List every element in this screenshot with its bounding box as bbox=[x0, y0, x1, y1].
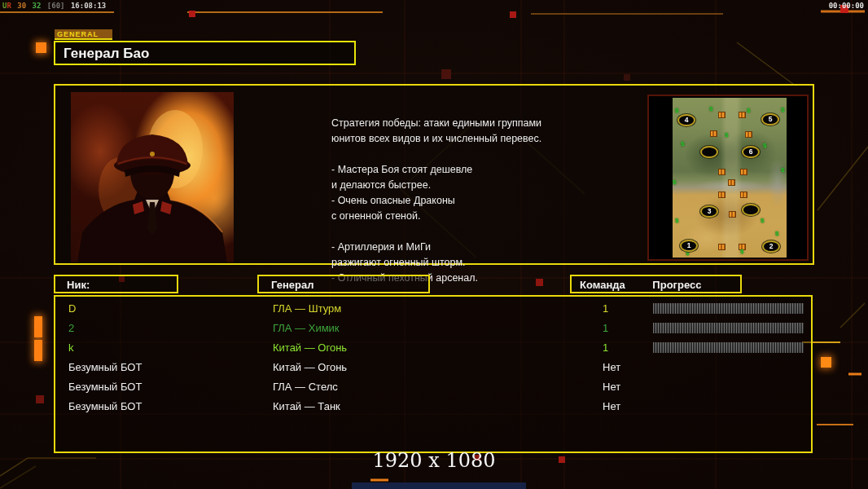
strategy-line: - Артиллерия и МиГи bbox=[331, 240, 616, 255]
header-team-progress: Команда Прогресс bbox=[570, 275, 742, 293]
players-table: D ГЛА — Штурм 1 2 ГЛА — Химик 1 k Китай … bbox=[54, 295, 813, 453]
header-general: Генерал bbox=[257, 275, 430, 293]
supply-crate-icon bbox=[739, 112, 746, 118]
player-nick: Безумный БОТ bbox=[68, 400, 142, 412]
decor-orange-square bbox=[821, 357, 831, 368]
header-nick-label: Ник: bbox=[67, 276, 90, 293]
player-team: Нет bbox=[603, 381, 620, 393]
map-start-spot: 5 bbox=[761, 113, 779, 126]
player-general: Китай — Танк bbox=[273, 400, 340, 412]
table-row: k Китай — Огонь 1 bbox=[55, 339, 811, 359]
player-team: 1 bbox=[603, 302, 608, 315]
cash-icon: $ bbox=[775, 230, 778, 237]
strategy-line: - Очень опасные Драконы bbox=[331, 193, 616, 209]
player-team: Нет bbox=[603, 400, 620, 412]
map-start-spot: 6 bbox=[742, 146, 760, 158]
strategy-text: Стратегия победы: атаки едиными группами… bbox=[331, 116, 616, 286]
player-general: ГЛА — Химик bbox=[273, 322, 340, 334]
general-portrait bbox=[71, 92, 234, 262]
strategy-line bbox=[331, 147, 616, 162]
supply-crate-icon bbox=[728, 179, 735, 186]
supply-crate-icon bbox=[729, 211, 736, 218]
supply-crate-icon bbox=[710, 130, 717, 137]
map-start-spot: 4 bbox=[677, 114, 695, 126]
fps-value: 32 bbox=[33, 2, 42, 10]
bottom-bar-decor bbox=[352, 482, 526, 489]
player-general: ГЛА — Штурм bbox=[273, 302, 341, 315]
strategy-line: Стратегия победы: атаки едиными группами bbox=[331, 116, 616, 131]
spot-number: 5 bbox=[763, 115, 778, 124]
strategy-line: - Мастера Боя стоят дешевле bbox=[331, 162, 616, 178]
strategy-line: с огненной стеной. bbox=[331, 209, 616, 224]
decor-red-square bbox=[510, 11, 516, 18]
fps-part: R bbox=[7, 2, 11, 10]
player-nick: D bbox=[68, 302, 76, 315]
cash-icon: $ bbox=[781, 106, 784, 113]
supply-crate-icon bbox=[745, 131, 752, 138]
cash-icon: $ bbox=[725, 131, 728, 139]
player-nick: Безумный БОТ bbox=[68, 361, 142, 373]
spot-number: 2 bbox=[764, 242, 778, 251]
strategy-line: и делаются быстрее. bbox=[331, 178, 616, 193]
header-progress-label: Прогресс bbox=[652, 276, 701, 293]
map-start-spot: 3 bbox=[700, 205, 718, 218]
spot-number: 4 bbox=[679, 116, 694, 125]
fps-cap: [60] bbox=[47, 2, 65, 10]
decor-red-square bbox=[559, 456, 565, 463]
decor-red-square bbox=[441, 69, 451, 79]
general-name: Генерал Бао bbox=[55, 42, 354, 62]
cash-icon: $ bbox=[761, 217, 764, 224]
player-general: Китай — Огонь bbox=[273, 341, 347, 354]
decor-red-square bbox=[189, 11, 195, 17]
cash-icon: $ bbox=[740, 248, 743, 255]
cash-icon: $ bbox=[675, 107, 678, 114]
cash-icon: $ bbox=[673, 178, 676, 186]
player-progress-bar bbox=[653, 323, 804, 333]
table-row: D ГЛА — Штурм 1 bbox=[55, 300, 811, 319]
player-team: 1 bbox=[603, 341, 608, 354]
player-team: Нет bbox=[603, 361, 620, 373]
strategy-line: разжигают огненный шторм. bbox=[331, 255, 616, 271]
map-preview: $ $ $ $ $ $ $ $ $ $ $ $ $ $ 4 5 6 3 1 2 bbox=[647, 95, 809, 261]
table-row: Безумный БОТ ГЛА — Стелс Нет bbox=[55, 378, 811, 398]
player-nick: 2 bbox=[68, 322, 74, 334]
general-title-box: Генерал Бао bbox=[54, 41, 356, 65]
table-row: Безумный БОТ Китай — Огонь Нет bbox=[55, 359, 811, 378]
loading-screen: UR 30 32 [60] 16:08:13 00:00:00 GENERAL … bbox=[0, 0, 868, 489]
decor-red-square bbox=[36, 395, 44, 403]
header-general-label: Генерал bbox=[271, 276, 313, 293]
cash-icon: $ bbox=[747, 107, 750, 114]
cash-icon: $ bbox=[675, 217, 678, 224]
player-general: Китай — Огонь bbox=[273, 361, 347, 373]
player-team: 1 bbox=[603, 322, 608, 334]
general-tag: GENERAL bbox=[55, 29, 112, 40]
header-nick: Ник: bbox=[54, 275, 178, 293]
player-progress-bar bbox=[653, 303, 804, 314]
player-nick: Безумный БОТ bbox=[68, 381, 142, 393]
supply-crate-icon bbox=[718, 192, 726, 198]
spot-number: 3 bbox=[702, 207, 717, 216]
decor-orange-bar bbox=[34, 316, 42, 337]
supply-crate-icon bbox=[718, 244, 726, 250]
resolution-label: 1920 x 1080 bbox=[312, 449, 556, 472]
strategy-line bbox=[331, 224, 616, 240]
cash-icon: $ bbox=[763, 142, 766, 149]
spot-number: 1 bbox=[682, 241, 696, 250]
map-start-spot bbox=[742, 204, 760, 216]
header-team-label: Команда bbox=[580, 276, 625, 293]
table-row: 2 ГЛА — Химик 1 bbox=[55, 319, 811, 339]
player-progress-bar bbox=[653, 342, 804, 353]
player-general: ГЛА — Стелс bbox=[273, 381, 338, 393]
map-start-spot: 2 bbox=[762, 240, 780, 253]
cash-icon: $ bbox=[781, 166, 784, 174]
player-nick: k bbox=[68, 341, 74, 354]
supply-crate-icon bbox=[718, 112, 726, 118]
supply-crate-icon bbox=[740, 192, 747, 198]
map-start-spot: 1 bbox=[680, 240, 698, 252]
fps-value: 30 bbox=[17, 2, 26, 10]
supply-crate-icon bbox=[740, 169, 747, 175]
decor-orange-bar bbox=[34, 340, 42, 361]
supply-crate-icon bbox=[718, 169, 726, 175]
fps-counter: UR 30 32 [60] 16:08:13 bbox=[2, 2, 107, 10]
general-info-panel: Стратегия победы: атаки едиными группами… bbox=[54, 84, 814, 265]
